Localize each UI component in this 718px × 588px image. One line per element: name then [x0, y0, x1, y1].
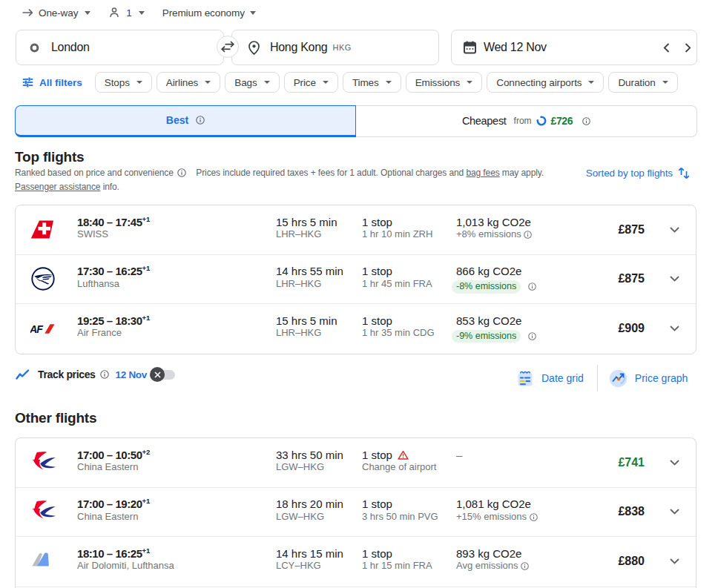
svg-text:AF: AF	[30, 323, 43, 334]
